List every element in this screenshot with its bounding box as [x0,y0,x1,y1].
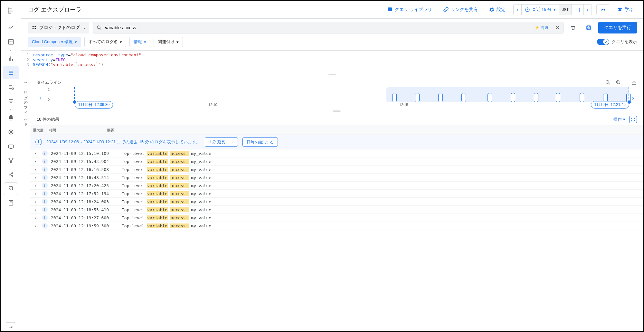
svg-point-20 [33,26,34,27]
chevron-right-icon[interactable]: › [34,191,39,196]
product-logo-icon [5,5,17,16]
operations-menu[interactable]: 操作 ▾ [613,117,625,122]
time-jump-end-button[interactable]: →| [572,5,583,15]
log-timestamp: 2024-11-09 12:16:16.508 [51,167,118,172]
nav-dashboards-icon[interactable] [3,35,19,48]
table-row[interactable]: ›i2024-11-09 12:18:55.419Top-level varia… [30,206,643,214]
nav-router-icon[interactable] [3,95,19,108]
zoom-in-icon[interactable] [615,80,621,85]
svg-point-15 [12,173,13,174]
log-timestamp: 2024-11-09 12:18:55.419 [51,207,118,212]
nav-expand-icon[interactable]: ⇥ [6,322,15,331]
time-prev-button[interactable]: ‹ [514,5,522,15]
col-time: 時間 [46,126,104,135]
nav-pinned-icon[interactable] [4,182,18,195]
severity-badge-info: i [42,166,48,172]
chevron-right-icon[interactable]: › [34,151,39,156]
info-text: 2024/11/09 12:06～2024/11/09 12:21 までの過去 … [46,139,200,145]
chevron-right-icon[interactable]: › [34,215,39,220]
nav-uptime-icon[interactable] [3,140,19,153]
save-query-button[interactable] [583,22,594,33]
delete-button[interactable] [567,22,579,33]
log-message: Top-level variable access: my_value [122,223,639,228]
table-header: 重大度 時間 概要 [30,126,643,135]
table-row[interactable]: ›i2024-11-09 12:15:10.109Top-level varia… [30,149,643,157]
nav-error-reporting-icon[interactable] [3,126,19,138]
table-row[interactable]: ›i2024-11-09 12:15:43.904Top-level varia… [30,157,643,166]
query-library-button[interactable]: クエリ ライブラリ [384,5,435,14]
clear-search-button[interactable]: ✕ [552,24,563,31]
severity-badge-info: i [42,158,48,164]
chevron-right-icon[interactable]: › [34,223,39,228]
chevron-right-icon[interactable]: › [34,199,39,204]
edit-time-button[interactable]: 日時を編集する [242,138,278,147]
resize-handle[interactable] [328,74,336,75]
extend-time-button[interactable]: 1 分 延長 [205,138,229,147]
logname-filter[interactable]: すべてのログ名 ▾ [84,37,126,47]
svg-point-24 [97,26,100,29]
fast-chip: ⚡ 高速 [531,25,552,31]
timeline-start-handle[interactable]: 11月9日, 12:06:30 [74,87,75,102]
nav-log-analytics-icon[interactable] [3,81,19,93]
table-row[interactable]: ›i2024-11-09 12:17:20.425Top-level varia… [30,182,643,190]
chevron-right-icon[interactable]: › [34,175,39,180]
table-row[interactable]: ›i2024-11-09 12:18:24.003Top-level varia… [30,198,643,206]
search-input[interactable] [105,25,531,30]
table-row[interactable]: ›i2024-11-09 12:16:16.508Top-level varia… [30,166,643,174]
time-range-button[interactable]: 直近 15 分 ▾ [522,5,559,15]
timeline-chart[interactable]: 12:1012:1512:2011月9日, 12:06:3011月9日, 12:… [51,87,629,109]
chevron-right-icon[interactable]: › [34,159,39,164]
zoom-out-icon[interactable] [605,80,611,85]
nav-logs-icon[interactable] [3,66,19,79]
chevron-right-icon[interactable]: › [34,167,39,172]
resource-filter[interactable]: Cloud Composer 環境 ▾ [28,37,81,47]
share-link-button[interactable]: リンクを共有 [440,5,481,14]
fullscreen-icon[interactable] [629,116,637,123]
svg-rect-1 [9,58,10,61]
run-query-button[interactable]: クエリを実行 [598,22,637,33]
log-message: Top-level variable access: my_value [122,215,639,220]
timezone-chip[interactable]: JST [559,5,572,15]
scope-picker[interactable]: プロジェクトのログ [28,22,89,33]
nav-docs-icon[interactable] [3,196,19,209]
col-severity: 重大度 [30,126,46,135]
svg-point-7 [12,88,14,90]
settings-button[interactable]: 設定 [486,5,509,14]
collapse-timeline-icon[interactable] [631,80,637,85]
fields-panel-label: ログのフィールド [23,88,28,125]
timeline-end-handle[interactable]: 11月9日, 12:21:45 [629,87,629,102]
timeline-prev-button[interactable]: ‹ [37,87,44,109]
table-row[interactable]: ›i2024-11-09 12:19:59.300Top-level varia… [30,222,643,230]
svg-point-9 [9,130,13,134]
table-row[interactable]: ›i2024-11-09 12:16:48.514Top-level varia… [30,174,643,182]
fields-panel-collapsed: ⇥ ログのフィールド [21,77,30,331]
log-timestamp: 2024-11-09 12:17:20.425 [51,183,118,188]
severity-badge-info: i [42,199,48,204]
info-banner: i 2024/11/09 12:06～2024/11/09 12:21 までの過… [30,135,643,149]
nav-bar-chart-icon[interactable] [3,52,19,65]
extend-time-dropdown[interactable]: ⌄ [229,138,238,147]
svg-point-22 [33,28,34,29]
severity-filter[interactable]: 情報 ▾ [129,37,150,47]
learn-button[interactable]: 学ぶ [614,5,637,14]
nav-profiler-icon[interactable] [3,168,19,181]
nav-trace-icon[interactable] [3,154,19,167]
results-header: 10 件の結果 操作 ▾ [30,113,643,126]
resize-handle[interactable] [333,110,341,112]
timeline-title: タイムライン [37,80,62,85]
log-message: Top-level variable access: my_value [122,175,639,180]
table-row[interactable]: ›i2024-11-09 12:19:27.600Top-level varia… [30,214,643,222]
nav-alerts-icon[interactable] [3,111,19,124]
chevron-right-icon[interactable]: › [34,183,39,188]
table-row[interactable]: ›i2024-11-09 12:17:52.194Top-level varia… [30,190,643,198]
stream-button[interactable] [596,4,609,15]
log-timestamp: 2024-11-09 12:19:27.600 [51,215,118,220]
time-next-button[interactable]: › [584,5,592,15]
page-title: ログ エクスプローラ [28,6,81,14]
query-editor[interactable]: 1resource. type="cloud_composer_environm… [21,50,643,77]
chevron-right-icon[interactable]: › [34,207,39,212]
nav-metrics-icon[interactable] [3,21,19,34]
expand-fields-icon[interactable]: ⇥ [24,80,27,85]
show-query-toggle[interactable] [597,39,609,45]
correlate-filter[interactable]: 関連付け ▾ [154,37,183,47]
